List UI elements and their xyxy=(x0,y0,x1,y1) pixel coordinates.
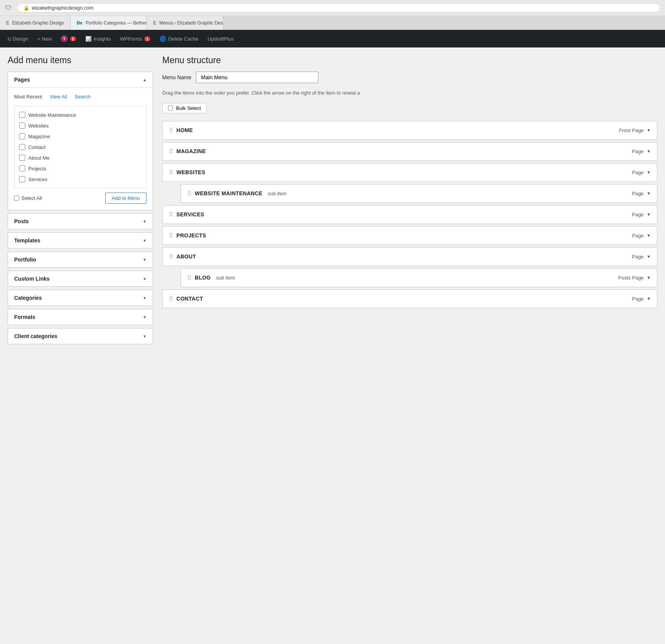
menu-item-about-right: Page ▼ xyxy=(632,254,651,260)
tab-favicon-3: E xyxy=(153,20,156,26)
menu-item-website-maintenance[interactable]: ⠿ WEBSITE MAINTENANCE sub item Page ▼ xyxy=(181,184,657,203)
page-item-contact: Contact xyxy=(18,142,143,152)
view-all-tab[interactable]: View All xyxy=(50,94,67,100)
menu-item-magazine[interactable]: ⠿ MAGAZINE Page ▼ xyxy=(162,142,657,161)
main-content: Add menu items Pages ▲ Most Recent View … xyxy=(0,47,665,355)
portfolio-accordion-header[interactable]: Portfolio ▼ xyxy=(8,252,153,267)
bulk-select-wrap: Bulk Select xyxy=(162,103,657,113)
menu-item-projects-label: PROJECTS xyxy=(176,232,206,239)
menu-item-services[interactable]: ⠿ SERVICES Page ▼ xyxy=(162,205,657,224)
page-checkbox-projects[interactable] xyxy=(19,165,25,172)
page-checkbox-website-maintenance[interactable] xyxy=(19,112,25,118)
wpforms-badge: 1 xyxy=(144,36,150,41)
menu-item-home[interactable]: ⠿ HOME Front Page ▼ xyxy=(162,121,657,140)
menu-item-websites-type: Page xyxy=(632,170,644,175)
templates-header-label: Templates xyxy=(14,237,40,244)
menu-item-about-chevron-icon[interactable]: ▼ xyxy=(647,254,651,259)
menu-item-home-type: Front Page xyxy=(619,127,644,133)
menu-item-home-chevron-icon[interactable]: ▼ xyxy=(647,128,651,132)
select-all-wrap: Select All xyxy=(14,195,42,201)
drag-handle-about-icon: ⠿ xyxy=(169,253,173,260)
menu-item-website-maintenance-chevron-icon[interactable]: ▼ xyxy=(647,191,651,196)
menu-item-contact[interactable]: ⠿ CONTACT Page ▼ xyxy=(162,289,657,308)
categories-chevron-icon: ▼ xyxy=(143,296,147,300)
admin-bar-site[interactable]: ic Design xyxy=(3,30,33,47)
menu-item-website-maintenance-type: Page xyxy=(632,191,644,196)
page-label-services: Services xyxy=(28,177,47,182)
menu-item-websites-chevron-icon[interactable]: ▼ xyxy=(647,170,651,175)
menu-item-projects[interactable]: ⠿ PROJECTS Page ▼ xyxy=(162,226,657,245)
menu-item-magazine-chevron-icon[interactable]: ▼ xyxy=(647,149,651,154)
menu-item-websites-left: ⠿ WEBSITES xyxy=(169,169,205,176)
portfolio-header-label: Portfolio xyxy=(14,257,36,263)
menu-item-services-chevron-icon[interactable]: ▼ xyxy=(647,212,651,217)
page-checkbox-contact[interactable] xyxy=(19,144,25,150)
updraft-label: UpdraftPlus xyxy=(208,36,234,42)
templates-chevron-icon: ▼ xyxy=(143,239,147,243)
tab-favicon-2: Be xyxy=(77,20,82,26)
page-checkbox-websites[interactable] xyxy=(19,123,25,129)
menu-item-websites-right: Page ▼ xyxy=(632,170,651,175)
page-checkbox-services[interactable] xyxy=(19,176,25,182)
menu-item-contact-chevron-icon[interactable]: ▼ xyxy=(647,296,651,301)
cache-label: Delete Cache xyxy=(168,36,199,42)
menu-item-magazine-label: MAGAZINE xyxy=(176,148,206,154)
add-to-menu-button[interactable]: Add to Menu xyxy=(105,193,147,204)
page-item-websites: Websites xyxy=(18,120,143,131)
menu-item-website-maintenance-left: ⠿ WEBSITE MAINTENANCE sub item xyxy=(187,190,287,197)
menu-item-blog-chevron-icon[interactable]: ▼ xyxy=(647,275,651,280)
menu-item-website-maintenance-sublabel: sub item xyxy=(268,191,287,196)
drag-handle-websites-icon: ⠿ xyxy=(169,169,173,176)
tab-label-3: Menus ‹ Elizabeth Graphic Design — Word.… xyxy=(159,20,223,26)
menu-item-about[interactable]: ⠿ ABOUT Page ▼ xyxy=(162,247,657,266)
posts-chevron-icon: ▼ xyxy=(143,219,147,224)
admin-bar-cache[interactable]: 🌀 Delete Cache xyxy=(155,30,203,47)
menu-item-projects-right: Page ▼ xyxy=(632,233,651,239)
page-checkbox-about-me[interactable] xyxy=(19,155,25,161)
admin-bar-insights[interactable]: 📊 Insights xyxy=(81,30,116,47)
categories-section: Categories ▼ xyxy=(8,290,153,306)
menu-item-magazine-right: Page ▼ xyxy=(632,149,651,154)
client-categories-accordion-header[interactable]: Client categories ▼ xyxy=(8,329,153,344)
menu-item-home-right: Front Page ▼ xyxy=(619,127,651,133)
left-panel: Add menu items Pages ▲ Most Recent View … xyxy=(8,55,153,347)
menu-item-projects-chevron-icon[interactable]: ▼ xyxy=(647,233,651,238)
browser-tab-3[interactable]: E Menus ‹ Elizabeth Graphic Design — Wor… xyxy=(147,16,223,30)
select-all-label: Select All xyxy=(21,195,42,201)
search-tab[interactable]: Search xyxy=(75,94,90,100)
menu-name-input[interactable] xyxy=(196,72,318,83)
browser-tab-1[interactable]: E Elizabeth Graphic Design xyxy=(0,16,70,30)
menu-item-contact-right: Page ▼ xyxy=(632,296,651,302)
formats-accordion-header[interactable]: Formats ▼ xyxy=(8,309,153,325)
tab-label-1: Elizabeth Graphic Design xyxy=(12,20,64,26)
new-label: New xyxy=(42,36,52,42)
bulk-select-button[interactable]: Bulk Select xyxy=(162,103,207,113)
browser-tab-2[interactable]: Be Portfolio Categories — Betheme Suppor… xyxy=(70,16,147,30)
page-label-projects: Projects xyxy=(28,166,46,172)
admin-bar-wpforms[interactable]: WPForms 1 xyxy=(115,30,155,47)
categories-accordion-header[interactable]: Categories ▼ xyxy=(8,290,153,306)
templates-accordion-header[interactable]: Templates ▼ xyxy=(8,233,153,248)
plus-icon: + xyxy=(37,36,40,42)
pages-footer: Select All Add to Menu xyxy=(14,193,147,204)
posts-accordion-header[interactable]: Posts ▼ xyxy=(8,214,153,229)
admin-bar-updraft[interactable]: UpdraftPlus xyxy=(203,30,238,47)
menu-item-about-label: ABOUT xyxy=(176,253,196,260)
menu-item-projects-left: ⠿ PROJECTS xyxy=(169,232,206,239)
pages-accordion-header[interactable]: Pages ▲ xyxy=(8,72,153,87)
shield-icon: 🛡 xyxy=(5,4,12,12)
portfolio-chevron-icon: ▼ xyxy=(143,258,147,262)
admin-bar-new[interactable]: + New xyxy=(33,30,56,47)
drag-handle-blog-icon: ⠿ xyxy=(187,274,192,281)
page-checkbox-magazine[interactable] xyxy=(19,133,25,139)
pages-checkbox-list: Website Maintenance Websites Magazine Co… xyxy=(14,106,147,188)
menu-item-websites[interactable]: ⠿ WEBSITES Page ▼ xyxy=(162,163,657,182)
custom-links-accordion-header[interactable]: Custom Links ▼ xyxy=(8,271,153,286)
tab-label-2: Portfolio Categories — Betheme Support F… xyxy=(86,20,147,26)
bulk-select-checkbox[interactable] xyxy=(168,106,173,111)
select-all-checkbox[interactable] xyxy=(14,196,19,201)
admin-bar-yoast[interactable]: Y 2 xyxy=(56,30,81,47)
address-bar[interactable]: 🔒 elizabethgraphicdesign.com xyxy=(17,3,660,13)
menu-item-blog[interactable]: ⠿ BLOG sub item Posts Page ▼ xyxy=(181,268,657,287)
pages-tabs: Most Recent View All Search xyxy=(14,94,147,100)
